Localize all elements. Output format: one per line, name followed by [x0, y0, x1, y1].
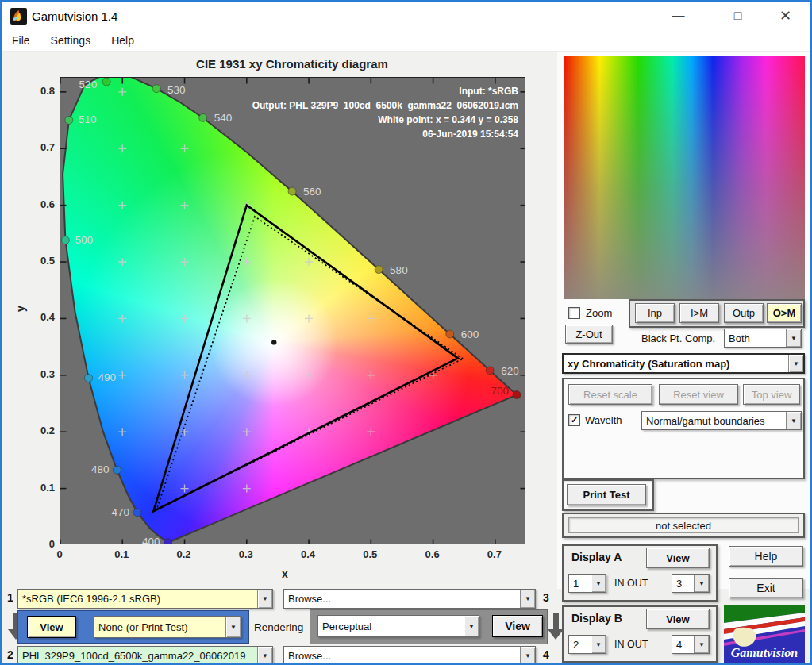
browse-input-dropdown[interactable]: Browse... ▼ — [283, 589, 536, 609]
grid-plus-mark — [181, 428, 189, 436]
dropdown-arrow-icon[interactable]: ▼ — [786, 329, 801, 347]
output-profile-dropdown[interactable]: PHL 329P9_100cd_6500k_gamma22_06062019 ▼ — [17, 646, 273, 665]
output-gamut-triangle — [156, 217, 463, 509]
info-output: Output: PHL 329P9_100cd_6500k_gamma22_06… — [121, 98, 518, 113]
boundaries-dropdown[interactable]: Normal/gamut boundaries ▼ — [641, 411, 802, 430]
x-tick-label: 0 — [44, 548, 75, 560]
grid-plus-mark — [181, 202, 189, 209]
o-to-m-button[interactable]: O>M — [767, 303, 802, 323]
info-timestamp: 06-Jun-2019 15:54:54 — [121, 127, 518, 141]
grid-plus-mark — [118, 428, 126, 436]
info-white-point: White point: x = 0.344 y = 0.358 — [121, 113, 518, 127]
grid-plus-mark — [118, 314, 126, 322]
x-tick-label: 0.1 — [106, 548, 137, 560]
input-profile-dropdown[interactable]: *sRGB (IEC6 1996-2.1 sRGB) ▼ — [17, 589, 273, 609]
dropdown-arrow-icon[interactable]: ▼ — [694, 636, 709, 653]
x-tick-label: 0.7 — [479, 548, 510, 560]
maximize-button[interactable]: □ — [720, 2, 756, 30]
wavelength-dot-700 — [513, 391, 521, 399]
grid-plus-mark — [305, 258, 313, 266]
dropdown-arrow-icon[interactable]: ▼ — [591, 636, 606, 653]
display-a-inout-label: IN OUT — [614, 578, 648, 589]
browse-output-dropdown[interactable]: Browse... ▼ — [283, 646, 536, 665]
display-a-view-button[interactable]: View — [646, 548, 710, 568]
print-test-button[interactable]: Print Test — [567, 484, 646, 505]
rendering-intent-dropdown[interactable]: Perceptual ▼ — [317, 615, 479, 637]
display-a-out-dropdown[interactable]: 3 ▼ — [672, 574, 710, 593]
grid-plus-mark — [181, 258, 189, 266]
menu-settings[interactable]: Settings — [40, 34, 102, 47]
grid-plus-mark — [367, 371, 375, 379]
x-tick-label: 0.2 — [168, 548, 200, 560]
dropdown-arrow-icon[interactable]: ▼ — [694, 575, 709, 592]
close-button[interactable]: ✕ — [768, 2, 803, 30]
black-pt-comp-dropdown[interactable]: Both ▼ — [724, 329, 802, 348]
dropdown-arrow-icon[interactable]: ▼ — [464, 616, 479, 636]
right-flow-arrow-icon — [548, 613, 564, 640]
dropdown-arrow-icon[interactable]: ▼ — [225, 617, 241, 637]
wavelength-label-500: 500 — [75, 234, 93, 246]
reset-scale-button[interactable]: Reset scale — [568, 384, 652, 405]
grid-plus-mark — [243, 428, 251, 436]
spectral-locus-outline — [63, 78, 517, 543]
grid-plus-mark — [243, 485, 251, 493]
slot2-number: 2 — [7, 648, 13, 661]
slot3-number: 3 — [543, 591, 549, 604]
i-to-m-button[interactable]: I>M — [679, 303, 719, 323]
black-pt-comp-label: Black Pt. Comp. — [641, 332, 715, 344]
map-type-dropdown[interactable]: xy Chromaticity (Saturation map) ▼ — [562, 353, 805, 374]
help-button[interactable]: Help — [729, 546, 803, 567]
menu-file[interactable]: File — [2, 34, 40, 47]
dropdown-arrow-icon[interactable]: ▼ — [786, 412, 801, 429]
wavelength-dot-400 — [164, 539, 172, 544]
zoom-checkbox[interactable] — [568, 307, 580, 319]
inp-button[interactable]: Inp — [635, 303, 675, 323]
view-right-button[interactable]: View — [492, 615, 543, 637]
wavelth-checkbox[interactable]: ✓ — [568, 414, 580, 426]
wavelength-label-470: 470 — [112, 506, 130, 518]
exit-button[interactable]: Exit — [729, 578, 803, 598]
dropdown-arrow-icon[interactable]: ▼ — [788, 355, 803, 372]
wavelength-dot-500 — [61, 236, 69, 244]
print-test-select-dropdown[interactable]: None (or Print Test) ▼ — [94, 616, 241, 638]
x-tick-label: 0.3 — [230, 548, 262, 560]
z-out-button[interactable]: Z-Out — [565, 325, 613, 344]
dropdown-arrow-icon[interactable]: ▼ — [520, 590, 535, 608]
wavelength-label-560: 560 — [303, 186, 321, 198]
y-tick-label: 0.4 — [20, 311, 55, 323]
grid-plus-mark — [181, 314, 189, 322]
wavelth-label: Wavelth — [585, 414, 622, 426]
grid-plus-mark — [181, 371, 189, 379]
display-a-in-dropdown[interactable]: 1 ▼ — [568, 574, 606, 593]
menu-help[interactable]: Help — [101, 34, 144, 47]
display-b-in-dropdown[interactable]: 2 ▼ — [568, 635, 606, 654]
wavelength-label-700: 700 — [491, 385, 509, 397]
status-field: not selected — [568, 517, 799, 533]
minimize-button[interactable]: — — [660, 2, 696, 30]
display-b-view-button[interactable]: View — [646, 609, 710, 629]
reset-view-button[interactable]: Reset view — [659, 384, 738, 405]
white-point-dot — [271, 340, 276, 344]
display-b-out-dropdown[interactable]: 4 ▼ — [672, 635, 710, 654]
saturation-map-preview — [564, 56, 805, 299]
gamutvision-logo: Gamutvision — [724, 605, 805, 663]
y-tick-label: 0.8 — [20, 85, 55, 97]
wavelength-label-490: 490 — [98, 371, 117, 383]
dropdown-arrow-icon[interactable]: ▼ — [257, 590, 272, 608]
wavelength-dot-480 — [113, 466, 121, 474]
dropdown-arrow-icon[interactable]: ▼ — [591, 575, 606, 592]
wavelength-label-480: 480 — [91, 463, 110, 475]
view-left-button[interactable]: View — [27, 616, 76, 638]
display-b-title: Display B — [571, 612, 622, 625]
slot4-number: 4 — [543, 648, 549, 661]
chromaticity-plot[interactable]: 4004704804905005105205305405605806006207… — [60, 77, 525, 544]
y-tick-label: 0.7 — [20, 141, 55, 153]
y-tick-label: 0.1 — [20, 482, 55, 494]
top-view-button[interactable]: Top view — [743, 384, 800, 405]
zoom-control: Zoom — [568, 307, 612, 319]
dropdown-arrow-icon[interactable]: ▼ — [257, 647, 272, 665]
grid-plus-mark — [367, 314, 375, 322]
wavelength-label-620: 620 — [501, 365, 519, 377]
outp-button[interactable]: Outp — [724, 303, 764, 323]
dropdown-arrow-icon[interactable]: ▼ — [520, 647, 535, 665]
